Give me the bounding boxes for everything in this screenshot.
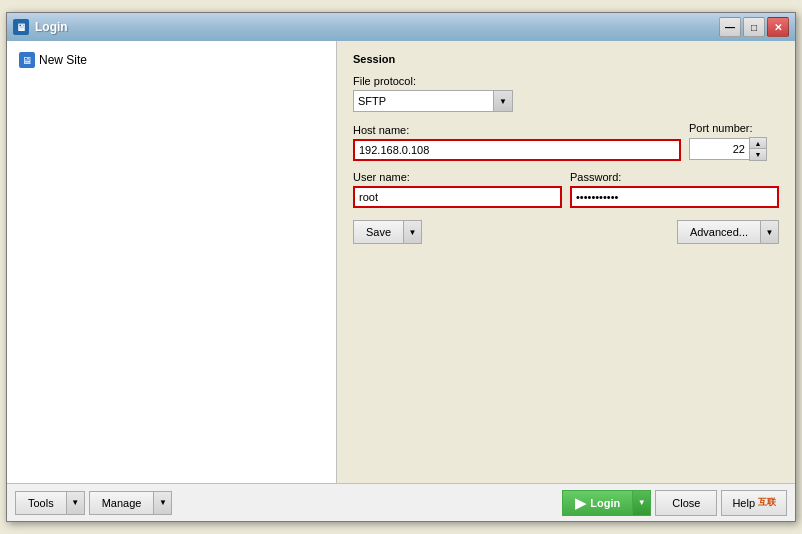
file-protocol-select-wrapper: SFTP FTP SCP WebDAV S3 ▼ [353, 90, 513, 112]
app-icon: 🖥 [13, 19, 29, 35]
tools-button-group: Tools ▼ [15, 491, 85, 515]
username-section: User name: [353, 171, 562, 208]
close-button[interactable]: Close [655, 490, 717, 516]
help-button[interactable]: Help 互联 [721, 490, 787, 516]
site-tree: 🖥 New Site [15, 49, 328, 475]
titlebar: 🖥 Login — □ ✕ [7, 13, 795, 41]
save-button[interactable]: Save [353, 220, 404, 244]
port-increment-button[interactable]: ▲ [750, 138, 766, 149]
file-protocol-label: File protocol: [353, 75, 779, 87]
credentials-row: User name: Password: [353, 171, 779, 208]
advanced-button[interactable]: Advanced... [677, 220, 761, 244]
manage-button[interactable]: Manage [89, 491, 155, 515]
advanced-dropdown-button[interactable]: ▼ [761, 220, 779, 244]
credentials-group: User name: Password: [353, 171, 779, 208]
login-button-group: ▶ Login ▼ [562, 490, 651, 516]
tools-dropdown-arrow: ▼ [71, 498, 79, 507]
login-icon: ▶ [575, 495, 586, 511]
monitor-icon: 🖥 [19, 52, 35, 68]
port-number-label: Port number: [689, 122, 779, 134]
titlebar-buttons: — □ ✕ [719, 17, 789, 37]
maximize-button[interactable]: □ [743, 17, 765, 37]
minimize-button[interactable]: — [719, 17, 741, 37]
host-name-input[interactable] [353, 139, 681, 161]
advanced-button-group: Advanced... ▼ [677, 220, 779, 244]
host-port-group: Host name: Port number: ▲ ▼ [353, 122, 779, 161]
bottom-bar: Tools ▼ Manage ▼ ▶ Login [7, 483, 795, 521]
port-number-input[interactable] [689, 138, 749, 160]
session-buttons-row: Save ▼ Advanced... ▼ [353, 220, 779, 244]
bottom-left-buttons: Tools ▼ Manage ▼ [15, 491, 558, 515]
manage-button-group: Manage ▼ [89, 491, 173, 515]
host-section: Host name: [353, 124, 681, 161]
save-button-group: Save ▼ [353, 220, 422, 244]
host-row: Host name: Port number: ▲ ▼ [353, 122, 779, 161]
password-section: Password: [570, 171, 779, 208]
user-name-label: User name: [353, 171, 562, 183]
manage-dropdown-button[interactable]: ▼ [154, 491, 172, 515]
new-site-item[interactable]: 🖥 New Site [15, 49, 328, 71]
password-input[interactable] [570, 186, 779, 208]
user-name-input[interactable] [353, 186, 562, 208]
host-name-label: Host name: [353, 124, 681, 136]
window-title: Login [35, 20, 719, 34]
main-content: 🖥 New Site Session File protocol: SFTP F… [7, 41, 795, 483]
manage-dropdown-arrow: ▼ [159, 498, 167, 507]
file-protocol-group: File protocol: SFTP FTP SCP WebDAV S3 ▼ [353, 75, 779, 112]
session-section-title: Session [353, 53, 779, 65]
port-decrement-button[interactable]: ▼ [750, 149, 766, 160]
bottom-right-buttons: ▶ Login ▼ Close Help 互联 [562, 490, 787, 516]
window-close-button[interactable]: ✕ [767, 17, 789, 37]
login-dropdown-arrow: ▼ [638, 498, 646, 507]
login-button[interactable]: ▶ Login [562, 490, 633, 516]
password-label: Password: [570, 171, 779, 183]
tools-button[interactable]: Tools [15, 491, 67, 515]
port-spinner: ▲ ▼ [749, 137, 767, 161]
save-dropdown-button[interactable]: ▼ [404, 220, 422, 244]
port-input-wrap: ▲ ▼ [689, 137, 779, 161]
tools-dropdown-button[interactable]: ▼ [67, 491, 85, 515]
session-panel: Session File protocol: SFTP FTP SCP WebD… [337, 41, 795, 483]
port-section: Port number: ▲ ▼ [689, 122, 779, 161]
login-dropdown-button[interactable]: ▼ [633, 490, 651, 516]
file-protocol-select[interactable]: SFTP FTP SCP WebDAV S3 [353, 90, 513, 112]
login-window: 🖥 Login — □ ✕ 🖥 New Site [6, 12, 796, 522]
site-tree-panel: 🖥 New Site [7, 41, 337, 483]
advanced-dropdown-arrow: ▼ [766, 228, 774, 237]
new-site-label: New Site [39, 53, 87, 67]
save-dropdown-arrow: ▼ [409, 228, 417, 237]
logo-badge: 互联 [758, 496, 776, 509]
app-icon-symbol: 🖥 [16, 22, 26, 33]
